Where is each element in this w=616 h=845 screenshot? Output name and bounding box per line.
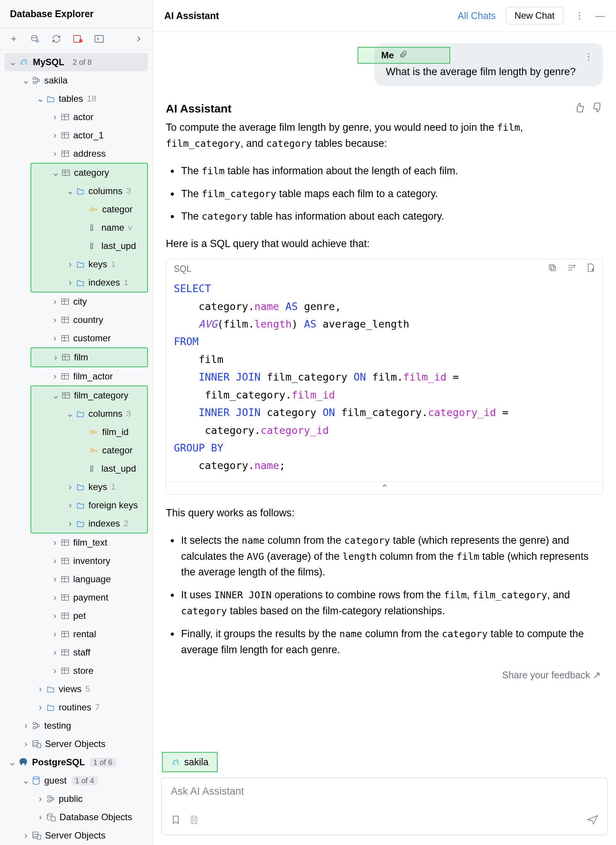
datasource-postgres[interactable]: ⌄PostgreSQL1 of 6 <box>0 753 152 771</box>
jump-to-console-icon[interactable] <box>94 34 104 44</box>
assistant-name: AI Assistant <box>166 102 566 115</box>
table-film[interactable]: ›film <box>31 348 147 366</box>
send-icon[interactable] <box>587 815 598 827</box>
table-film-category[interactable]: ⌄film_category <box>31 386 147 405</box>
chat-input-placeholder[interactable]: Ask AI Assistant <box>171 786 598 797</box>
thumbs-up-icon[interactable] <box>574 102 585 115</box>
table-row[interactable]: ›film_text <box>0 533 152 552</box>
table-row[interactable]: ›actor_1 <box>0 126 152 145</box>
column-fc-category-id[interactable]: categor <box>31 441 147 459</box>
table-row[interactable]: ›store <box>0 662 152 680</box>
expand-code-icon[interactable]: ⌃ <box>166 482 603 494</box>
svg-point-0 <box>32 35 37 38</box>
svg-rect-28 <box>62 613 69 619</box>
column-fc-film-id[interactable]: film_id <box>31 423 147 441</box>
views-folder[interactable]: ›views5 <box>0 680 152 698</box>
save-icon[interactable] <box>189 815 199 827</box>
column-name[interactable]: namev <box>31 218 147 237</box>
table-row[interactable]: ›rental <box>0 625 152 643</box>
share-feedback-link[interactable]: Share your feedback ↗ <box>166 670 601 681</box>
tables-folder[interactable]: ⌄ tables 18 <box>0 90 152 108</box>
table-icon <box>62 353 70 361</box>
mysql-icon <box>171 758 180 767</box>
table-row[interactable]: ›pet <box>0 607 152 625</box>
svg-rect-27 <box>62 595 69 601</box>
table-row[interactable]: ›address <box>0 145 152 163</box>
table-icon <box>61 557 69 565</box>
copy-code-icon[interactable] <box>548 263 557 275</box>
new-file-icon[interactable] <box>586 263 595 275</box>
table-icon <box>61 334 69 342</box>
chat-body: Me ⋮ What is the average film length by … <box>153 32 616 749</box>
table-icon <box>61 298 69 305</box>
bookmark-icon[interactable] <box>171 815 181 827</box>
add-datasource-icon[interactable] <box>8 34 19 44</box>
more-menu-icon[interactable]: ⋮ <box>575 10 584 21</box>
pg-database-objects[interactable]: ›Database Objects <box>0 808 152 826</box>
svg-rect-9 <box>62 133 69 138</box>
column-icon <box>89 242 98 250</box>
table-icon <box>61 150 69 157</box>
fc-columns-folder[interactable]: ⌄columns3 <box>31 405 147 423</box>
context-chip-sakila[interactable]: sakila <box>162 752 218 772</box>
datasource-properties-icon[interactable] <box>30 34 40 44</box>
assistant-bullets-1: The film table has information about the… <box>180 163 603 225</box>
folder-icon <box>76 520 85 527</box>
table-row[interactable]: ›staff <box>0 643 152 662</box>
chevron-right-icon[interactable] <box>133 34 144 44</box>
message-menu-icon[interactable]: ⋮ <box>584 51 593 62</box>
user-message-bubble: Me ⋮ What is the average film length by … <box>374 43 603 86</box>
category-keys-folder[interactable]: ›keys1 <box>31 255 147 273</box>
svg-rect-42 <box>51 817 55 821</box>
svg-rect-17 <box>62 336 69 341</box>
table-row[interactable]: ›language <box>0 570 152 588</box>
table-row[interactable]: ›country <box>0 311 152 329</box>
table-row[interactable]: ›payment <box>0 588 152 607</box>
category-columns-folder[interactable]: ⌄ columns 3 <box>31 182 147 200</box>
schema-sakila[interactable]: ⌄ sakila <box>0 71 152 90</box>
schema-testing[interactable]: ›testing <box>0 716 152 735</box>
svg-rect-5 <box>33 77 36 80</box>
sidebar-toolbar <box>0 28 152 50</box>
category-indexes-folder[interactable]: ›indexes1 <box>31 273 147 292</box>
table-row[interactable]: ›customer <box>0 329 152 347</box>
assistant-message: AI Assistant To compute the average film… <box>166 102 603 658</box>
datasource-mysql[interactable]: ⌄ MySQL 2 of 8 <box>5 53 148 71</box>
insert-code-icon[interactable] <box>567 263 576 275</box>
table-row[interactable]: ›film_actor <box>0 367 152 386</box>
minimize-icon[interactable]: — <box>595 10 605 21</box>
svg-point-37 <box>33 777 39 779</box>
new-chat-button[interactable]: New Chat <box>506 7 563 24</box>
fc-foreignkeys-folder[interactable]: ›foreign keys <box>31 496 147 514</box>
fc-indexes-folder[interactable]: ›indexes2 <box>31 514 147 533</box>
svg-point-21 <box>90 431 93 434</box>
column-category-id[interactable]: categor <box>31 200 147 218</box>
routines-folder[interactable]: ›routines7 <box>0 698 152 716</box>
svg-rect-11 <box>63 170 69 176</box>
pk-column-icon <box>89 428 98 436</box>
pg-server-objects[interactable]: ›Server Objects <box>0 826 152 845</box>
pg-schema-public[interactable]: ›public <box>0 790 152 808</box>
database-tree[interactable]: ⌄ MySQL 2 of 8 ⌄ sakila ⌄ tables 18 ›act… <box>0 50 152 845</box>
stop-icon[interactable] <box>72 34 83 44</box>
table-row[interactable]: ›inventory <box>0 552 152 570</box>
svg-rect-13 <box>91 225 93 231</box>
pg-database-guest[interactable]: ⌄guest1 of 4 <box>0 771 152 790</box>
table-category[interactable]: ⌄ category <box>31 164 147 182</box>
table-row[interactable]: ›actor <box>0 108 152 126</box>
column-fc-last-update[interactable]: last_upd <box>31 459 147 478</box>
all-chats-link[interactable]: All Chats <box>458 10 496 21</box>
mysql-server-objects[interactable]: ›Server Objects <box>0 735 152 753</box>
folder-icon <box>47 95 55 103</box>
server-objects-icon <box>32 831 41 840</box>
table-icon <box>61 667 69 675</box>
attachment-icon[interactable] <box>399 50 407 61</box>
user-message-text: What is the average film length by genre… <box>386 66 592 78</box>
thumbs-down-icon[interactable] <box>592 102 603 115</box>
refresh-icon[interactable] <box>51 34 62 44</box>
fc-keys-folder[interactable]: ›keys1 <box>31 478 147 496</box>
column-last-update[interactable]: last_upd <box>31 237 147 255</box>
chat-input-area[interactable]: Ask AI Assistant <box>161 778 608 835</box>
sql-code[interactable]: SELECT category.name AS genre, AVG(film.… <box>166 278 603 482</box>
table-row[interactable]: ›city <box>0 292 152 311</box>
